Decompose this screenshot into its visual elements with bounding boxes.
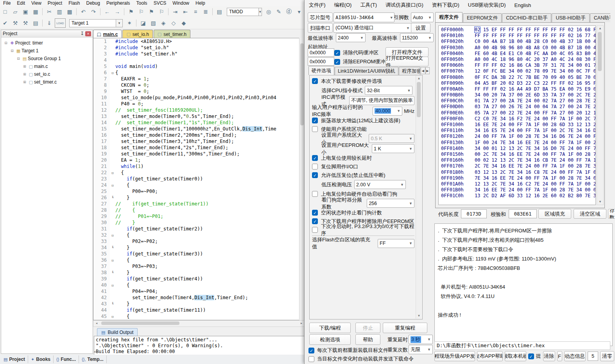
hw-option-combobox[interactable]: 2.00 V▼ [354, 180, 406, 189]
view-tab-0[interactable]: 程序文件 [435, 12, 463, 22]
translate-icon[interactable]: ✔ [0, 19, 10, 27]
outdent-icon[interactable]: ⇤ [181, 7, 190, 16]
code-line[interactable]: 8 CKCON = 0; [93, 82, 299, 88]
code-line[interactable]: 41 P04=~P04; [93, 288, 299, 294]
irc-frequency-combobox[interactable]: 40.000▼ [373, 107, 402, 116]
clear-region-button[interactable]: 清空区域 [574, 209, 606, 219]
bottom-button--[interactable]: 读取本机硬 [505, 351, 526, 361]
tree-item-target-1[interactable]: ⊟▦Target 1 [1, 47, 93, 55]
flash-fill-combobox[interactable]: FF▼ [378, 239, 414, 248]
open-file-icon[interactable]: ▱ [11, 7, 20, 16]
hw-option-checkbox[interactable] [312, 164, 318, 170]
bookmark-toggle-icon[interactable]: ⚑ [126, 7, 136, 16]
paste-icon[interactable]: ▩ [65, 7, 74, 16]
tree-expander-icon[interactable]: ⊞ [22, 80, 28, 84]
code-line[interactable]: 10 set_io_mode(pu_mode,Pin40,Pin00,Pin01… [93, 95, 299, 101]
bottom-button--app-[interactable]: 发布APP帮助 [477, 351, 503, 361]
new-file-icon[interactable]: □ [0, 7, 10, 16]
com-port-combobox[interactable]: (COM1) 通信端口▼ [333, 23, 412, 33]
quick-find-icon[interactable]: ⓓ [284, 7, 294, 16]
code-line[interactable]: 17 set_timer_mode(Timer3,"10hz",Timer_En… [93, 138, 299, 145]
editor-tab-main-c[interactable]: ▢main.c [93, 30, 122, 38]
code-start-address-input[interactable]: 0x0000 [308, 48, 334, 57]
editor-vertical-scrollbar[interactable] [299, 38, 304, 319]
code-line[interactable]: 45⊟ { [93, 313, 299, 319]
scan-port-button[interactable]: 扫描串口 [308, 23, 333, 33]
properties-icon[interactable]: ▤ [215, 7, 224, 16]
keil-menu-debug[interactable]: Debug [83, 0, 103, 6]
clear-eeprom-buffer-checkbox[interactable]: ✓ [334, 59, 340, 65]
bottom-button--[interactable]: 动态信息 [564, 351, 586, 361]
keil-menu-peripherals[interactable]: Peripherals [103, 0, 133, 6]
bookmark-next-icon[interactable]: ⚑ [147, 7, 156, 16]
close-icon[interactable]: × [85, 31, 91, 36]
view-tab-3[interactable]: USB-HID助手 [552, 13, 589, 22]
tree-item-main-c[interactable]: ⊞▢main.c [1, 62, 93, 70]
load-icon[interactable]: LOAD [55, 18, 66, 28]
hw-option-checkbox[interactable] [312, 227, 318, 233]
option-tab-2[interactable]: 程序加密后 [399, 67, 420, 75]
indent-icon[interactable]: ⇥ [170, 7, 180, 16]
scroll-up-icon[interactable]: ▲ [416, 76, 422, 81]
fold-marker-icon[interactable]: ⊟ [110, 70, 115, 76]
target-select-combobox[interactable]: Target 1 [69, 19, 116, 27]
fold-marker-icon[interactable]: ⊟ [110, 314, 115, 320]
editor-search-chevron-icon[interactable]: ▾ [259, 8, 262, 16]
trace-icon[interactable]: ◆ [179, 19, 188, 27]
code-line[interactable]: 3#include "set_timer.h" [93, 51, 299, 57]
rebuild-icon[interactable]: ⚒ [21, 19, 30, 27]
isp-menu-item[interactable]: USB驱动安装(D) [464, 2, 510, 9]
debug-session-icon[interactable]: ◈ [159, 19, 168, 27]
code-line[interactable]: 32⊟ { [93, 232, 299, 238]
cut-icon[interactable]: ✂ [45, 7, 54, 16]
build-icon[interactable]: ⚒ [11, 19, 20, 27]
code-line[interactable]: 22⊟ { [93, 170, 299, 176]
stop-button[interactable]: 停止 [355, 323, 380, 333]
redo-icon[interactable]: ↷ [89, 7, 98, 16]
tree-item-set-timer-c[interactable]: ⊞▢set_timer.c [1, 78, 93, 86]
tab-scroll-right-icon[interactable]: ▶ [425, 67, 430, 74]
isp-menu-item[interactable]: 调试仿真接口(G) [381, 2, 428, 9]
bookmark-clear-icon[interactable]: ⚐ [157, 7, 166, 16]
code-line[interactable]: 25 P00=~P00; [93, 188, 299, 194]
pin-icon[interactable]: ↧ [79, 31, 85, 36]
eeprom-start-address-input[interactable]: 0x0000 [308, 57, 334, 66]
hw-option-checkbox[interactable]: ✓ [312, 218, 318, 224]
view-tab-1[interactable]: EEPROM文件 [463, 13, 502, 22]
repeat-times-combobox[interactable]: 无限▼ [409, 345, 433, 354]
chip-model-combobox[interactable]: AI8051U-34K64▼ [333, 12, 394, 22]
target-options-icon[interactable]: ✶ [125, 19, 134, 27]
baud-min-combobox[interactable]: 2400▼ [336, 33, 366, 42]
find-in-files-icon[interactable]: ◎ [264, 7, 273, 16]
download-program-button[interactable]: 下载/编程 [309, 323, 351, 333]
navigate-back-icon[interactable]: ← [102, 7, 112, 16]
keil-menu-edit[interactable]: Edit [14, 0, 28, 6]
code-line[interactable]: 19 set_timer_mode(Timer11,"300ms",Timer_… [93, 151, 299, 157]
code-line[interactable]: 34╙ } [93, 244, 299, 251]
hw-option-combobox[interactable]: 32-Bit▼ [365, 86, 412, 95]
hex-scrollbar[interactable]: ▲ ▼ [597, 25, 604, 205]
code-line[interactable]: 24⊟ { [93, 182, 299, 188]
bookmark-prev-icon[interactable]: ⚐ [136, 7, 146, 16]
code-line[interactable]: 29// P01=~P01; [93, 213, 299, 219]
comment-icon[interactable]: ≡ [191, 7, 200, 16]
code-line[interactable]: 13 set_timer_mode(Timer0,"0.5s",Timer_En… [93, 113, 299, 120]
editor-tab-set_io-h[interactable]: ▢set_io.h [122, 30, 152, 38]
editor-tab-set_timer-h[interactable]: ▢set_timer.h [154, 30, 190, 38]
clear-code-buffer-checkbox[interactable]: ✓ [334, 50, 340, 56]
auto-load-send-checkbox[interactable] [308, 356, 314, 362]
code-line[interactable]: 40⊟ { [93, 282, 299, 288]
repeat-delay-combobox[interactable]: 3 秒▼ [409, 335, 433, 344]
fold-marker-icon[interactable]: ⊟ [110, 282, 115, 289]
save-all-icon[interactable]: ▦ [31, 7, 40, 16]
code-line[interactable]: 26╙ } [93, 194, 299, 201]
code-line[interactable]: 18 set_timer_mode(Timer4,"2s",Timer_End)… [93, 145, 299, 151]
options-scrollbar[interactable]: ▲ ▼ [416, 76, 422, 319]
tree-expander-icon[interactable]: ⊟ [3, 41, 9, 45]
code-editor[interactable]: 1#include <AI8051U.H>2#include "set_io.h… [93, 38, 299, 320]
scroll-down-icon[interactable]: ▼ [597, 199, 603, 205]
code-line[interactable]: 31 if(get_timer_state(Timer2)) [93, 226, 299, 232]
fold-marker-icon[interactable]: ⊟ [110, 170, 115, 176]
keil-menu-flash[interactable]: Flash [65, 0, 83, 6]
isp-menu-item[interactable]: 文件(F) [305, 2, 330, 9]
